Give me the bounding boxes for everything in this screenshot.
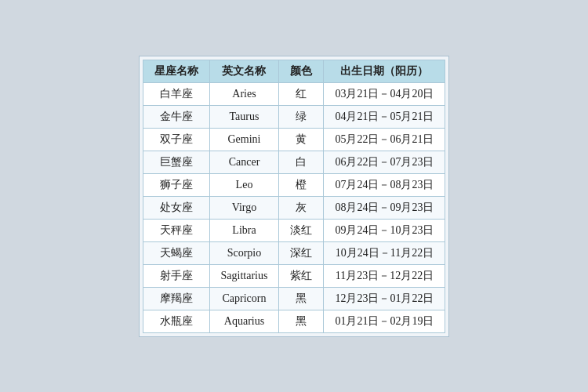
cell-r7-c2: 深红 xyxy=(279,241,324,264)
column-header: 出生日期（阳历） xyxy=(324,60,445,82)
cell-r0-c2: 红 xyxy=(279,82,324,105)
cell-r1-c1: Taurus xyxy=(209,105,279,128)
zodiac-table: 星座名称英文名称颜色出生日期（阳历） 白羊座Aries红03月21日－04月20… xyxy=(143,60,446,333)
column-header: 星座名称 xyxy=(143,60,209,82)
cell-r7-c3: 10月24日－11月22日 xyxy=(324,241,445,264)
cell-r4-c1: Leo xyxy=(209,173,279,196)
cell-r5-c3: 08月24日－09月23日 xyxy=(324,196,445,219)
cell-r4-c3: 07月24日－08月23日 xyxy=(324,173,445,196)
table-row: 巨蟹座Cancer白06月22日－07月23日 xyxy=(143,151,445,173)
cell-r10-c0: 水瓶座 xyxy=(143,310,209,332)
cell-r6-c1: Libra xyxy=(209,219,279,241)
cell-r9-c1: Capricorn xyxy=(209,287,279,310)
cell-r6-c3: 09月24日－10月23日 xyxy=(324,219,445,241)
cell-r10-c3: 01月21日－02月19日 xyxy=(324,310,445,332)
cell-r4-c0: 狮子座 xyxy=(143,173,209,196)
cell-r2-c0: 双子座 xyxy=(143,128,209,151)
cell-r2-c3: 05月22日－06月21日 xyxy=(324,128,445,151)
table-body: 白羊座Aries红03月21日－04月20日金牛座Taurus绿04月21日－0… xyxy=(143,82,445,332)
cell-r9-c2: 黑 xyxy=(279,287,324,310)
cell-r0-c1: Aries xyxy=(209,82,279,105)
cell-r8-c3: 11月23日－12月22日 xyxy=(324,264,445,287)
cell-r6-c0: 天秤座 xyxy=(143,219,209,241)
cell-r1-c3: 04月21日－05月21日 xyxy=(324,105,445,128)
cell-r0-c3: 03月21日－04月20日 xyxy=(324,82,445,105)
cell-r9-c3: 12月23日－01月22日 xyxy=(324,287,445,310)
cell-r7-c1: Scorpio xyxy=(209,241,279,264)
column-header: 颜色 xyxy=(279,60,324,82)
cell-r0-c0: 白羊座 xyxy=(143,82,209,105)
table-row: 天蝎座Scorpio深红10月24日－11月22日 xyxy=(143,241,445,264)
table-row: 双子座Gemini黄05月22日－06月21日 xyxy=(143,128,445,151)
column-header: 英文名称 xyxy=(209,60,279,82)
table-row: 金牛座Taurus绿04月21日－05月21日 xyxy=(143,105,445,128)
cell-r2-c2: 黄 xyxy=(279,128,324,151)
cell-r8-c2: 紫红 xyxy=(279,264,324,287)
cell-r8-c0: 射手座 xyxy=(143,264,209,287)
cell-r8-c1: Sagittarius xyxy=(209,264,279,287)
cell-r6-c2: 淡红 xyxy=(279,219,324,241)
cell-r5-c1: Virgo xyxy=(209,196,279,219)
table-row: 天秤座Libra淡红09月24日－10月23日 xyxy=(143,219,445,241)
cell-r3-c1: Cancer xyxy=(209,151,279,173)
cell-r1-c2: 绿 xyxy=(279,105,324,128)
cell-r10-c1: Aquarius xyxy=(209,310,279,332)
table-row: 狮子座Leo橙07月24日－08月23日 xyxy=(143,173,445,196)
cell-r10-c2: 黑 xyxy=(279,310,324,332)
cell-r1-c0: 金牛座 xyxy=(143,105,209,128)
cell-r3-c2: 白 xyxy=(279,151,324,173)
cell-r3-c0: 巨蟹座 xyxy=(143,151,209,173)
table-header-row: 星座名称英文名称颜色出生日期（阳历） xyxy=(143,60,445,82)
cell-r2-c1: Gemini xyxy=(209,128,279,151)
table-row: 射手座Sagittarius紫红11月23日－12月22日 xyxy=(143,264,445,287)
table-row: 白羊座Aries红03月21日－04月20日 xyxy=(143,82,445,105)
table-row: 处女座Virgo灰08月24日－09月23日 xyxy=(143,196,445,219)
cell-r9-c0: 摩羯座 xyxy=(143,287,209,310)
table-container: 星座名称英文名称颜色出生日期（阳历） 白羊座Aries红03月21日－04月20… xyxy=(139,56,450,337)
cell-r5-c0: 处女座 xyxy=(143,196,209,219)
cell-r3-c3: 06月22日－07月23日 xyxy=(324,151,445,173)
cell-r4-c2: 橙 xyxy=(279,173,324,196)
cell-r5-c2: 灰 xyxy=(279,196,324,219)
table-row: 水瓶座Aquarius黑01月21日－02月19日 xyxy=(143,310,445,332)
cell-r7-c0: 天蝎座 xyxy=(143,241,209,264)
table-row: 摩羯座Capricorn黑12月23日－01月22日 xyxy=(143,287,445,310)
